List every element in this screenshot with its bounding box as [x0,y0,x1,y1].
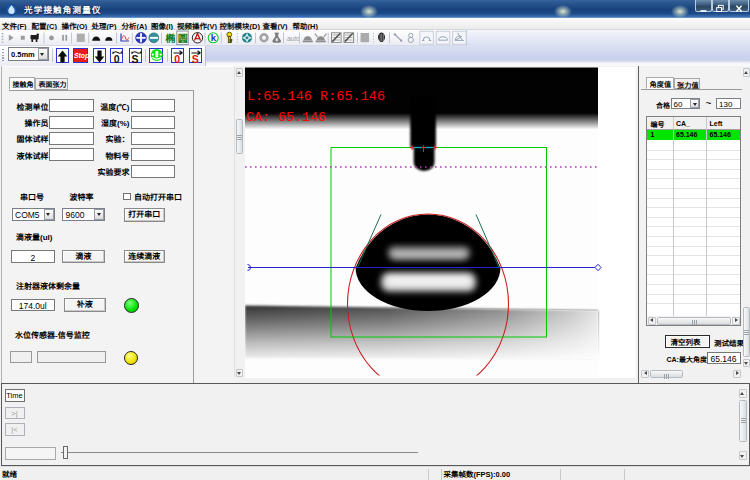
svg-text:椭: 椭 [166,30,176,45]
svg-text:圆: 圆 [178,30,188,45]
svg-text:CA: 65.146: CA: 65.146 [246,110,326,125]
svg-text:auto: auto [287,35,300,42]
svg-text:L:65.146 R:65.146: L:65.146 R:65.146 [247,89,385,104]
svg-text:k: k [211,32,217,43]
